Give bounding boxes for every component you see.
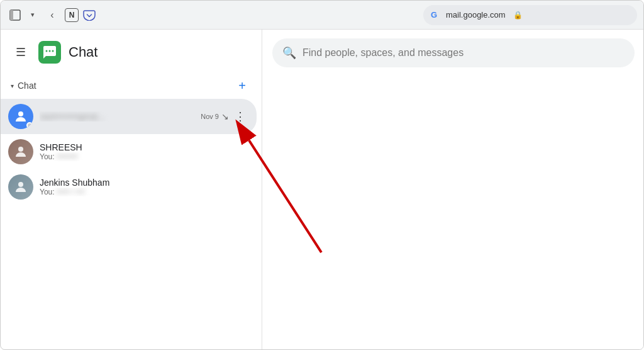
avatar-rav — [8, 104, 33, 129]
chat-item-meta-rav: Nov 9 ↘ ⋮ — [201, 108, 249, 125]
chat-list: ravi••••••••gmai... Nov 9 ↘ ⋮ — [1, 99, 262, 205]
chat-item-sub-jenkins: You: ••••• • ••• — [40, 188, 249, 196]
chevron-down-icon[interactable]: ▾ — [26, 8, 40, 22]
back-button[interactable]: ‹ — [43, 6, 61, 24]
contact-name-blurred: ravi••••••••gmai... — [40, 111, 105, 121]
search-icon: 🔍 — [282, 46, 296, 60]
sidebar-header: ☰ Chat — [1, 30, 262, 72]
chevron-down-icon: ▾ — [11, 82, 14, 89]
lock-icon: 🔒 — [513, 11, 523, 20]
avatar-jenkins — [8, 174, 33, 200]
hamburger-icon: ☰ — [16, 45, 26, 59]
address-bar[interactable]: G mail.google.com 🔒 — [423, 5, 637, 25]
svg-point-4 — [49, 50, 51, 52]
app-layout: ☰ Chat ▾ Chat — [1, 30, 644, 350]
svg-rect-1 — [10, 10, 13, 20]
chat-list-item-rav[interactable]: ravi••••••••gmai... Nov 9 ↘ ⋮ — [1, 99, 257, 134]
chat-section: ▾ Chat + — [1, 72, 262, 205]
google-g-icon: G — [431, 10, 441, 20]
svg-point-3 — [46, 50, 48, 52]
svg-point-7 — [18, 147, 23, 152]
reply-icon: ↘ — [221, 111, 229, 121]
avatar-shreesh — [8, 139, 33, 164]
url-text: mail.google.com — [446, 10, 506, 20]
chat-item-name-jenkins: Jenkins Shubham — [40, 178, 249, 188]
browser-bar: ▾ ‹ N G mail.google.com 🔒 — [1, 1, 644, 30]
browser-controls: ▾ ‹ N — [8, 6, 96, 24]
chat-item-date-rav: Nov 9 — [201, 113, 219, 120]
hamburger-button[interactable]: ☰ — [11, 42, 31, 62]
main-pane-body — [262, 76, 644, 350]
chat-section-label[interactable]: ▾ Chat — [11, 81, 36, 91]
chat-item-name-rav: ravi••••••••gmai... — [40, 111, 194, 121]
address-bar-wrap: G mail.google.com 🔒 — [101, 5, 637, 25]
search-bar[interactable]: 🔍 Find people, spaces, and messages — [272, 38, 635, 67]
chat-item-name-shreesh: SHREESH — [40, 142, 249, 152]
sidebar: ☰ Chat ▾ Chat — [1, 30, 262, 350]
chat-list-item-shreesh[interactable]: SHREESH You: •••••••• — [1, 134, 257, 169]
chat-logo-icon — [38, 41, 61, 64]
chat-list-item-jenkins[interactable]: Jenkins Shubham You: ••••• • ••• — [1, 169, 257, 205]
chat-item-info-shreesh: SHREESH You: •••••••• — [40, 142, 249, 161]
search-placeholder: Find people, spaces, and messages — [303, 47, 464, 59]
message-preview-blurred: •••••••• — [57, 152, 78, 161]
chat-item-info-rav: ravi••••••••gmai... — [40, 111, 194, 121]
notion-icon[interactable]: N — [65, 8, 79, 22]
status-dot — [26, 122, 33, 128]
chat-item-info-jenkins: Jenkins Shubham You: ••••• • ••• — [40, 178, 249, 196]
svg-point-5 — [52, 50, 54, 52]
sidebar-toggle-icon[interactable] — [8, 8, 22, 22]
message-preview-jenkins-blurred: ••••• • ••• — [57, 188, 84, 196]
main-content: 🔍 Find people, spaces, and messages — [262, 30, 644, 350]
chat-section-text: Chat — [18, 81, 36, 91]
more-options-button[interactable]: ⋮ — [231, 108, 249, 125]
svg-point-6 — [18, 111, 23, 116]
chat-item-sub-shreesh: You: •••••••• — [40, 152, 249, 161]
chat-section-header: ▾ Chat + — [1, 72, 262, 99]
plus-icon: + — [238, 79, 246, 93]
add-chat-button[interactable]: + — [233, 76, 252, 95]
app-title: Chat — [69, 44, 97, 60]
pocket-icon[interactable] — [82, 8, 96, 22]
svg-point-8 — [18, 182, 23, 187]
